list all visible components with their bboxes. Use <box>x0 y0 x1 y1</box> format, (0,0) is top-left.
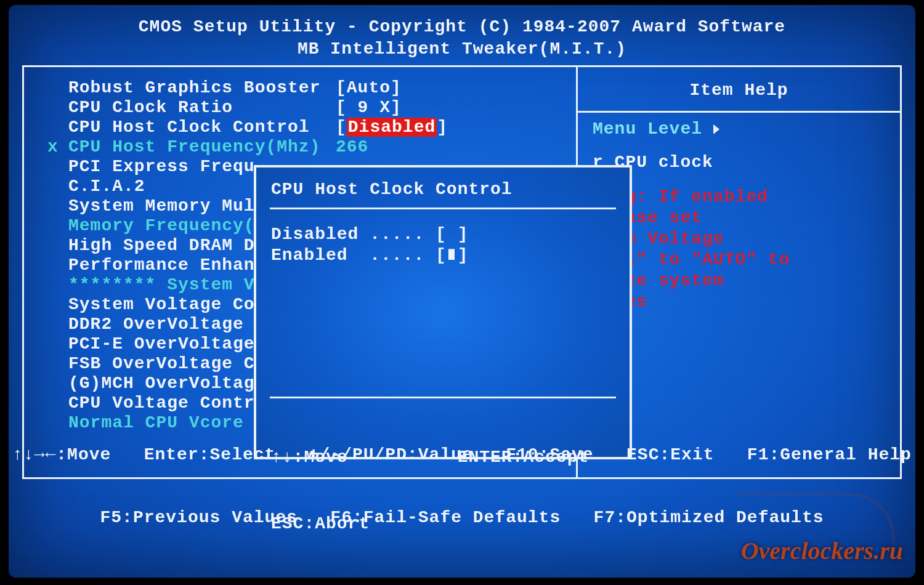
setting-label: Robust Graphics Booster <box>68 78 336 98</box>
bios-screen: CMOS Setup Utility - Copyright (C) 1984-… <box>9 5 915 578</box>
help-warning-line: please set <box>593 208 888 228</box>
setting-value: 266 <box>336 137 368 157</box>
setting-row[interactable]: CPU Clock Ratio[ 9 X] <box>24 98 576 118</box>
header-line1: CMOS Setup Utility - Copyright (C) 1984-… <box>9 16 915 38</box>
setting-value: [Disabled] <box>336 118 448 137</box>
footer-line1: ↑↓→←:Move Enter:Select +/-/PU/PD:Value F… <box>9 445 915 466</box>
header-line2: MB Intelligent Tweaker(M.I.T.) <box>9 38 915 60</box>
help-warning-line: ning: If enabled <box>593 187 888 208</box>
setting-row[interactable]: xCPU Host Frequency(Mhz)266 <box>24 137 576 157</box>
menu-level-label: Menu Level <box>593 119 702 140</box>
popup-options: Disabled ..... [ ]Enabled ..... [∎] <box>271 209 615 397</box>
help-warning-line: imize system <box>593 270 888 291</box>
setting-row[interactable]: Robust Graphics Booster[Auto] <box>24 78 576 98</box>
help-title: Item Help <box>578 67 900 111</box>
help-warning: ning: If enabled please setstem Voltaget… <box>593 187 888 312</box>
highlighted-value: Disabled <box>347 118 437 137</box>
help-text-1: r CPU clock <box>593 152 888 173</box>
setting-label: CPU Host Clock Control <box>68 118 336 137</box>
help-warning-line: tages <box>593 291 888 312</box>
footer: ↑↓→←:Move Enter:Select +/-/PU/PD:Value F… <box>9 403 915 570</box>
menu-level: Menu Level <box>593 119 888 140</box>
setting-label: CPU Host Frequency(Mhz) <box>68 137 336 157</box>
chevron-right-icon <box>713 124 719 134</box>
popup-option[interactable]: Disabled ..... [ ] <box>271 224 615 245</box>
setting-value: [Auto] <box>336 78 402 98</box>
help-warning-line: stem Voltage <box>593 228 888 249</box>
help-warning-line: trol" to "AUTO" to <box>593 249 888 270</box>
footer-line2: F5:Previous Values F6:Fail-Safe Defaults… <box>9 507 915 528</box>
setting-row[interactable]: CPU Host Clock Control[Disabled] <box>24 118 576 137</box>
popup-option-selected[interactable]: Enabled ..... [∎] <box>271 245 615 266</box>
setting-value: [ 9 X] <box>336 98 402 118</box>
header: CMOS Setup Utility - Copyright (C) 1984-… <box>9 5 915 60</box>
popup-title: CPU Host Clock Control <box>271 180 615 199</box>
disabled-marker: x <box>47 137 59 157</box>
setting-label: CPU Clock Ratio <box>68 98 336 118</box>
